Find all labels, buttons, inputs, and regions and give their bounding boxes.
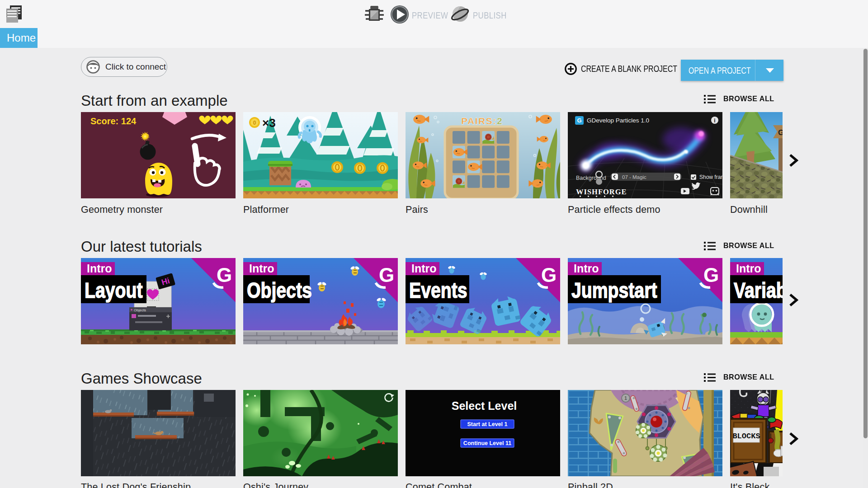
svg-text:BLOCKS: BLOCKS bbox=[732, 432, 760, 441]
svg-text:Variables: Variables bbox=[734, 278, 783, 302]
svg-text:Start at Level 1: Start at Level 1 bbox=[467, 421, 508, 427]
svg-text:Layout: Layout bbox=[85, 278, 143, 302]
svg-text:Continue Level 11: Continue Level 11 bbox=[463, 440, 511, 446]
svg-text:2: 2 bbox=[497, 116, 502, 126]
svg-text:Objects: Objects bbox=[134, 308, 146, 312]
svg-text:07 - Magic: 07 - Magic bbox=[622, 174, 646, 180]
svg-text:0: 0 bbox=[253, 120, 256, 126]
svg-text:WISHFORGE: WISHFORGE bbox=[576, 188, 627, 196]
svg-text:Events: Events bbox=[409, 278, 467, 302]
svg-text:1: 1 bbox=[624, 396, 627, 401]
svg-text:G: G bbox=[577, 117, 581, 124]
svg-text:PAIRS:: PAIRS: bbox=[461, 116, 497, 126]
svg-text:GDevelop Particles 1.0: GDevelop Particles 1.0 bbox=[587, 117, 649, 124]
svg-text:Objects: Objects bbox=[247, 278, 312, 302]
svg-text:Show frame: Show frame bbox=[699, 174, 722, 180]
svg-text:Score: 124: Score: 124 bbox=[90, 116, 137, 126]
svg-text:GO: GO bbox=[778, 128, 783, 137]
svg-text:i: i bbox=[714, 117, 715, 124]
svg-text:Jumpstart: Jumpstart bbox=[571, 278, 657, 302]
svg-text:×3: ×3 bbox=[262, 116, 276, 130]
svg-text:Select Level: Select Level bbox=[452, 399, 517, 412]
